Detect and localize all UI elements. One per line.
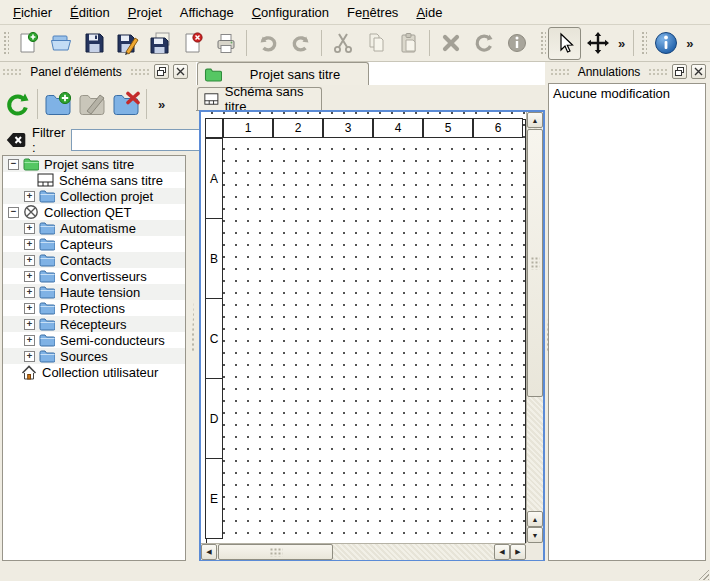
- expand-icon[interactable]: +: [24, 335, 35, 346]
- edit-category-button[interactable]: [75, 87, 109, 121]
- folder-new-icon: [44, 91, 72, 117]
- resize-grip[interactable]: [696, 567, 709, 580]
- undo-history-list[interactable]: Aucune modification: [548, 83, 706, 561]
- info-blue-icon: [653, 30, 679, 56]
- expand-icon[interactable]: +: [24, 351, 35, 362]
- print-button[interactable]: [209, 27, 242, 60]
- folder-delete-icon: [112, 91, 140, 117]
- vertical-scroll-thumb[interactable]: [527, 129, 543, 397]
- expand-icon[interactable]: +: [24, 223, 35, 234]
- cut-icon: [331, 31, 355, 55]
- toolbar-overflow-button[interactable]: »: [614, 36, 629, 51]
- clear-filter-button[interactable]: [6, 132, 26, 148]
- delete-button[interactable]: [434, 27, 467, 60]
- tab-schema[interactable]: Schéma sans titre: [197, 87, 322, 110]
- undo-panel-titlebar[interactable]: Annulations: [548, 62, 708, 81]
- save-as-icon: [115, 31, 139, 55]
- diagram-canvas[interactable]: 123456ABCDE: [201, 112, 526, 543]
- new-file-button[interactable]: [11, 27, 44, 60]
- float-panel-button[interactable]: [672, 64, 687, 79]
- menu-configuration[interactable]: Configuration: [243, 2, 338, 23]
- expand-icon[interactable]: +: [24, 319, 35, 330]
- toolbar-overflow-button[interactable]: »: [682, 36, 697, 51]
- tree-item-collection-projet[interactable]: +Collection projet: [3, 188, 185, 204]
- close-panel-button[interactable]: [691, 64, 706, 79]
- tab-project[interactable]: Projet sans titre: [197, 62, 369, 85]
- undo-button[interactable]: [251, 27, 284, 60]
- collapse-icon[interactable]: −: [8, 207, 19, 218]
- element-info-button[interactable]: [500, 27, 533, 60]
- rotate-button[interactable]: [467, 27, 500, 60]
- copy-button[interactable]: [359, 27, 392, 60]
- delete-category-button[interactable]: [109, 87, 143, 121]
- diagram-row-header-B: B: [205, 218, 223, 299]
- expand-icon[interactable]: +: [24, 191, 35, 202]
- elements-tree[interactable]: −Projet sans titreSchéma sans titre+Coll…: [2, 155, 186, 561]
- tree-item-label: Semi-conducteurs: [60, 333, 165, 348]
- folder-icon: [39, 269, 55, 283]
- undo-list-item[interactable]: Aucune modification: [553, 86, 701, 101]
- expand-icon[interactable]: +: [24, 255, 35, 266]
- tree-item-contacts[interactable]: +Contacts: [3, 252, 185, 268]
- open-project-button[interactable]: [44, 27, 77, 60]
- scroll-left-button-2[interactable]: ◀: [494, 544, 510, 560]
- expand-icon[interactable]: +: [24, 239, 35, 250]
- elements-panel-titlebar[interactable]: Panel d'éléments: [0, 62, 190, 81]
- expand-icon[interactable]: +: [24, 287, 35, 298]
- menu-fichier[interactable]: Fichier: [4, 2, 61, 23]
- scroll-down-button[interactable]: ▼: [527, 527, 543, 543]
- float-icon: [157, 67, 166, 76]
- menu-projet[interactable]: Projet: [119, 2, 171, 23]
- save-all-button[interactable]: [143, 27, 176, 60]
- float-panel-button[interactable]: [154, 64, 169, 79]
- scroll-up-button-2[interactable]: ▲: [527, 511, 543, 527]
- tree-item-haute-tension[interactable]: +Haute tension: [3, 284, 185, 300]
- close-panel-button[interactable]: [173, 64, 188, 79]
- scroll-left-button[interactable]: ◀: [201, 544, 217, 560]
- about-button[interactable]: [649, 27, 682, 60]
- expand-icon[interactable]: +: [24, 303, 35, 314]
- toolbar-drag-handle[interactable]: [539, 30, 546, 56]
- element-info-icon: [505, 31, 529, 55]
- reload-collections-button[interactable]: [0, 87, 34, 121]
- tree-item-collection-qet[interactable]: −Collection QET: [3, 204, 185, 220]
- toolbar-drag-handle[interactable]: [2, 30, 9, 56]
- scroll-up-button[interactable]: ▲: [527, 112, 543, 128]
- tree-item-sources[interactable]: +Sources: [3, 348, 185, 364]
- tree-item-automatisme[interactable]: +Automatisme: [3, 220, 185, 236]
- horizontal-scroll-thumb[interactable]: [218, 544, 333, 560]
- menu-fenetres[interactable]: Fenêtres: [338, 2, 407, 23]
- collapse-icon[interactable]: −: [8, 159, 19, 170]
- tree-item-semi-conducteurs[interactable]: +Semi-conducteurs: [3, 332, 185, 348]
- panel-toolbar-overflow-button[interactable]: »: [158, 97, 165, 112]
- tree-item-convertisseurs[interactable]: +Convertisseurs: [3, 268, 185, 284]
- paste-button[interactable]: [392, 27, 425, 60]
- titlebar-texture: [550, 68, 570, 76]
- expand-icon[interactable]: +: [24, 271, 35, 282]
- close-file-button[interactable]: [176, 27, 209, 60]
- folder-icon: [39, 317, 55, 331]
- tree-item-r-cepteurs[interactable]: +Récepteurs: [3, 316, 185, 332]
- menu-edition[interactable]: Édition: [61, 2, 119, 23]
- save-button[interactable]: [77, 27, 110, 60]
- redo-button[interactable]: [284, 27, 317, 60]
- vertical-scrollbar[interactable]: ▲ ▲ ▼: [526, 112, 543, 543]
- cut-button[interactable]: [326, 27, 359, 60]
- elements-panel-toolbar: »: [0, 83, 190, 125]
- diagram-row-header-C: C: [205, 298, 223, 379]
- menu-affichage[interactable]: Affichage: [171, 2, 243, 23]
- scroll-right-button[interactable]: ▶: [510, 544, 526, 560]
- save-as-button[interactable]: [110, 27, 143, 60]
- horizontal-scrollbar[interactable]: ◀ ◀ ▶: [201, 543, 526, 560]
- select-mode-button[interactable]: [548, 27, 581, 60]
- mdi-area: Projet sans titre Schéma sans titre 1234…: [196, 62, 545, 561]
- menu-aide[interactable]: Aide: [407, 2, 451, 23]
- tree-item-sch-ma-sans-titre[interactable]: Schéma sans titre: [3, 172, 185, 188]
- tree-item-capteurs[interactable]: +Capteurs: [3, 236, 185, 252]
- tree-item-projet-sans-titre[interactable]: −Projet sans titre: [3, 156, 185, 172]
- new-category-button[interactable]: [41, 87, 75, 121]
- tree-item-protections[interactable]: +Protections: [3, 300, 185, 316]
- toolbar-drag-handle[interactable]: [640, 30, 647, 56]
- pan-mode-button[interactable]: [581, 27, 614, 60]
- tree-item-collection-utilisateur[interactable]: Collection utilisateur: [3, 364, 185, 380]
